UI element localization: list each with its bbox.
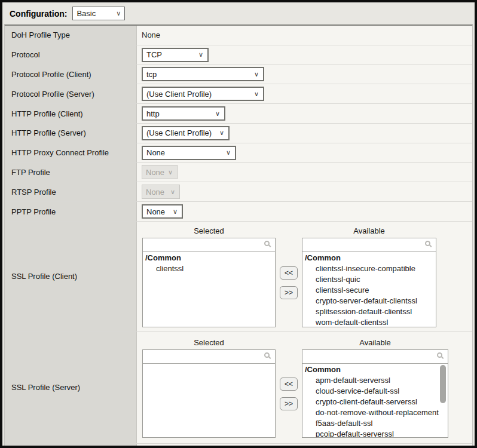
list-item[interactable]: apm-default-serverssl bbox=[302, 375, 448, 386]
row-label: Protocol bbox=[5, 45, 137, 65]
row-doh-profile-type: DoH Profile Type None bbox=[5, 26, 472, 45]
chevron-down-icon: ∨ bbox=[254, 90, 259, 98]
move-to-selected-button[interactable]: << bbox=[280, 378, 298, 391]
protocol-profile-server-select[interactable]: (Use Client Profile) ∨ bbox=[142, 87, 264, 101]
row-label: SSL Profile (Server) bbox=[5, 332, 137, 443]
ssl-client-available-list[interactable]: /Common clientssl-insecure-compatiblecli… bbox=[302, 252, 436, 327]
ssl-server-available-filter-input[interactable] bbox=[302, 350, 448, 363]
ssl-client-available-filter-input[interactable] bbox=[302, 238, 436, 251]
ftp-profile-select: None ∨ bbox=[142, 165, 178, 179]
http-profile-client-select-value: http bbox=[146, 109, 212, 118]
row-ftp-profile: FTP Profile None ∨ bbox=[5, 163, 472, 183]
rtsp-profile-select-value: None bbox=[146, 188, 167, 197]
list-item[interactable]: clientssl bbox=[143, 263, 275, 274]
ssl-server-selected-filter-input[interactable] bbox=[143, 350, 275, 363]
protocol-profile-server-select-value: (Use Client Profile) bbox=[146, 90, 250, 99]
row-label: HTTP Profile (Client) bbox=[5, 104, 137, 123]
http-profile-server-select-value: (Use Client Profile) bbox=[146, 128, 216, 137]
protocol-select-value: TCP bbox=[146, 50, 195, 59]
list-item[interactable]: splitsession-default-clientssl bbox=[302, 306, 436, 317]
selected-header: Selected bbox=[142, 225, 276, 238]
row-http-proxy-connect-profile: HTTP Proxy Connect Profile None ∨ bbox=[5, 143, 472, 163]
http-profile-server-select[interactable]: (Use Client Profile) ∨ bbox=[142, 126, 230, 140]
http-profile-client-select[interactable]: http ∨ bbox=[142, 106, 225, 121]
http-proxy-connect-profile-select-value: None bbox=[146, 148, 222, 157]
list-item[interactable]: clientssl-insecure-compatible bbox=[302, 263, 436, 274]
scrollbar[interactable] bbox=[440, 365, 446, 403]
ssl-server-available-box: /Common apm-default-serversslcloud-servi… bbox=[302, 349, 448, 438]
move-to-available-button[interactable]: >> bbox=[280, 286, 298, 299]
row-protocol-profile-server: Protocol Profile (Server) (Use Client Pr… bbox=[5, 84, 472, 104]
chevron-down-icon: ∨ bbox=[170, 188, 175, 196]
partition-group-label: /Common bbox=[302, 364, 448, 375]
ssl-client-duallist: Selected /Common clientssl bbox=[142, 225, 472, 327]
list-item[interactable]: crypto-server-default-clientssl bbox=[302, 296, 436, 306]
row-label: PPTP Profile bbox=[5, 202, 137, 221]
chevron-down-icon: ∨ bbox=[116, 10, 121, 17]
row-http-profile-client: HTTP Profile (Client) http ∨ bbox=[5, 104, 472, 124]
row-partial bbox=[5, 444, 472, 446]
available-header: Available bbox=[302, 225, 436, 238]
move-to-selected-button[interactable]: << bbox=[280, 266, 298, 280]
row-label: Protocol Profile (Server) bbox=[5, 84, 137, 103]
list-item[interactable]: clientssl-quic bbox=[302, 274, 436, 285]
ssl-server-move-buttons: << >> bbox=[276, 336, 302, 438]
ssl-client-move-buttons: << >> bbox=[276, 225, 302, 327]
row-http-profile-server: HTTP Profile (Server) (Use Client Profil… bbox=[5, 124, 472, 143]
list-item[interactable]: cloud-service-default-ssl bbox=[302, 386, 448, 397]
screenshot-frame: Configuration: Basic ∨ DoH Profile Type … bbox=[0, 0, 477, 448]
ftp-profile-select-value: None bbox=[146, 168, 164, 177]
row-pptp-profile: PPTP Profile None ∨ bbox=[5, 202, 472, 222]
list-item[interactable]: pcoip-default-serverssl bbox=[302, 429, 448, 437]
pptp-profile-select-value: None bbox=[146, 207, 169, 216]
pptp-profile-select[interactable]: None ∨ bbox=[142, 204, 183, 219]
row-ssl-profile-server: SSL Profile (Server) Selected bbox=[5, 332, 472, 444]
protocol-select[interactable]: TCP ∨ bbox=[142, 48, 209, 62]
http-proxy-connect-profile-select[interactable]: None ∨ bbox=[142, 146, 236, 160]
row-rtsp-profile: RTSP Profile None ∨ bbox=[5, 182, 472, 202]
search-icon bbox=[425, 241, 430, 246]
available-header: Available bbox=[302, 336, 448, 349]
list-item[interactable]: crypto-client-default-serverssl bbox=[302, 397, 448, 407]
doh-profile-type-value: None bbox=[142, 30, 160, 39]
list-item[interactable]: clientssl-secure bbox=[302, 285, 436, 296]
ssl-client-available-box: /Common clientssl-insecure-compatiblecli… bbox=[302, 238, 436, 327]
search-icon bbox=[437, 352, 442, 358]
ssl-client-selected-list[interactable]: /Common clientssl bbox=[143, 252, 275, 327]
partition-group-label: /Common bbox=[143, 253, 275, 263]
chevron-down-icon: ∨ bbox=[254, 70, 259, 78]
partition-group-label: /Common bbox=[302, 253, 436, 263]
row-protocol: Protocol TCP ∨ bbox=[5, 45, 472, 65]
move-to-available-button[interactable]: >> bbox=[280, 397, 298, 410]
configuration-select[interactable]: Basic ∨ bbox=[72, 7, 125, 20]
configuration-bar: Configuration: Basic ∨ bbox=[2, 2, 475, 24]
configuration-label: Configuration: bbox=[10, 9, 67, 19]
search-icon bbox=[264, 352, 270, 358]
ssl-server-duallist: Selected << >> bbox=[142, 336, 472, 438]
configuration-table: DoH Profile Type None Protocol TCP ∨ Pro… bbox=[4, 24, 473, 446]
list-item[interactable]: f5aas-default-ssl bbox=[302, 418, 448, 429]
selected-header: Selected bbox=[142, 336, 276, 349]
row-label: SSL Profile (Client) bbox=[5, 222, 137, 331]
row-label: DoH Profile Type bbox=[5, 26, 137, 45]
protocol-profile-client-select[interactable]: tcp ∨ bbox=[142, 67, 264, 81]
list-item[interactable]: do-not-remove-without-replacement bbox=[302, 407, 448, 418]
row-label: RTSP Profile bbox=[5, 182, 137, 201]
chevron-down-icon: ∨ bbox=[226, 149, 231, 157]
ssl-client-selected-filter-input[interactable] bbox=[143, 238, 275, 251]
row-label: HTTP Proxy Connect Profile bbox=[5, 143, 137, 162]
ssl-server-selected-list[interactable] bbox=[143, 364, 275, 437]
ssl-client-selected-box: /Common clientssl bbox=[142, 238, 276, 327]
protocol-profile-client-select-value: tcp bbox=[146, 70, 250, 79]
row-ssl-profile-client: SSL Profile (Client) Selected /Common bbox=[5, 222, 472, 332]
row-label: Protocol Profile (Client) bbox=[5, 65, 137, 84]
row-protocol-profile-client: Protocol Profile (Client) tcp ∨ bbox=[5, 65, 472, 85]
row-label: FTP Profile bbox=[5, 163, 137, 182]
chevron-down-icon: ∨ bbox=[168, 168, 173, 176]
rtsp-profile-select: None ∨ bbox=[142, 185, 180, 199]
chevron-down-icon: ∨ bbox=[219, 129, 224, 137]
ssl-server-selected-box bbox=[142, 349, 276, 438]
list-item[interactable]: wom-default-clientssl bbox=[302, 317, 436, 327]
virtual-server-config-page: Configuration: Basic ∨ DoH Profile Type … bbox=[2, 2, 475, 446]
ssl-server-available-list[interactable]: /Common apm-default-serversslcloud-servi… bbox=[302, 364, 448, 437]
